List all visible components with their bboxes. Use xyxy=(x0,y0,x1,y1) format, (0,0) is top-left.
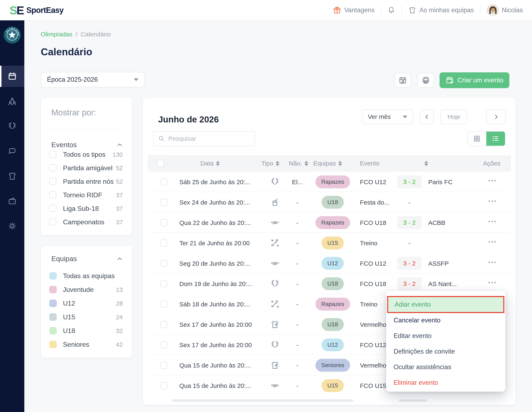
sidebar-item-calendar[interactable] xyxy=(0,66,24,87)
event-row[interactable]: Qua 22 de Junho às 20:...-RapazesFCO U18… xyxy=(148,212,511,233)
notifications-button[interactable] xyxy=(387,6,395,14)
filter-checkbox[interactable] xyxy=(49,151,56,158)
divider xyxy=(480,6,480,15)
row-actions-button[interactable] xyxy=(489,221,496,222)
previous-month-button[interactable] xyxy=(420,109,434,124)
menu-item-ocultar-assist-ncias[interactable]: Ocultar assistências xyxy=(386,361,505,374)
filter-checkbox[interactable] xyxy=(49,164,56,171)
row-checkbox[interactable] xyxy=(160,362,167,369)
team-color-swatch xyxy=(49,286,57,293)
grid-view-button[interactable] xyxy=(468,132,486,146)
sort-icon[interactable] xyxy=(305,161,308,166)
sidebar-item-members[interactable] xyxy=(0,91,24,112)
sort-icon[interactable] xyxy=(338,161,342,166)
sidebar-item-settings[interactable] xyxy=(0,215,24,237)
season-select[interactable]: Época 2025-2026 xyxy=(41,72,145,87)
today-label: Hoje xyxy=(447,113,460,120)
filter-checkbox[interactable] xyxy=(49,205,56,212)
user-menu[interactable]: Nicolas xyxy=(487,4,523,16)
column-evento[interactable]: Evento xyxy=(360,155,379,172)
breadcrumb-club-link[interactable]: Olimpíadas xyxy=(41,31,72,38)
menu-item-eliminar-evento[interactable]: Eliminar evento xyxy=(386,376,505,389)
sidebar-item-team[interactable] xyxy=(0,165,24,187)
event-row[interactable]: Sáb 25 de Junho às 20:...El...RapazesFCO… xyxy=(148,172,511,192)
menu-item-editar-evento[interactable]: Editar evento xyxy=(386,329,505,342)
column-tipo[interactable]: Tipo xyxy=(261,155,279,172)
row-actions-button[interactable] xyxy=(489,180,496,182)
sidebar-item-payments[interactable] xyxy=(0,191,24,212)
team-filter-item[interactable]: Seniores42 xyxy=(41,338,132,352)
row-checkbox[interactable] xyxy=(160,260,167,267)
horizontal-scrollbar[interactable] xyxy=(399,399,427,402)
sort-icon[interactable] xyxy=(424,161,428,166)
team-filter-item[interactable]: U1524 xyxy=(41,310,132,324)
row-checkbox[interactable] xyxy=(160,321,167,328)
brand-logo[interactable]: SE SportEasy xyxy=(10,0,64,20)
row-checkbox[interactable] xyxy=(160,199,167,206)
event-filter-item[interactable]: Todos os tipos130 xyxy=(41,148,132,162)
filter-checkbox[interactable] xyxy=(49,218,56,225)
row-checkbox[interactable] xyxy=(160,240,167,247)
gear-icon xyxy=(8,221,17,231)
event-row[interactable]: Ter 21 de Junho às 20:00-U15Treino- xyxy=(148,233,511,253)
column-equipas[interactable]: Equipas xyxy=(314,155,342,172)
select-all-checkbox[interactable] xyxy=(157,160,164,167)
row-actions-button[interactable] xyxy=(489,282,496,283)
my-teams-label: As minhas equipas xyxy=(419,6,474,14)
event-filter-item[interactable]: Partida entre nós52 xyxy=(41,175,132,189)
team-filter-item[interactable]: U1832 xyxy=(41,324,132,338)
view-mode-select[interactable]: Ver mês xyxy=(362,109,413,124)
my-teams-link[interactable]: As minhas equipas xyxy=(408,6,474,14)
row-checkbox[interactable] xyxy=(160,219,167,226)
column-score-sort[interactable] xyxy=(424,155,428,172)
filter-checkbox[interactable] xyxy=(49,191,56,198)
event-filter-item[interactable]: Torneio RIDF37 xyxy=(41,188,132,202)
create-event-button[interactable]: Criar um evento xyxy=(439,72,509,88)
team-filter-item[interactable]: Juventude13 xyxy=(41,283,132,297)
row-actions-button[interactable] xyxy=(489,261,496,263)
list-view-button[interactable] xyxy=(486,132,505,146)
menu-item-adiar-evento[interactable]: Adiar evento xyxy=(387,296,504,313)
horizontal-scrollbar[interactable] xyxy=(172,399,353,402)
menu-item-cancelar-evento[interactable]: Cancelar evento xyxy=(386,314,505,327)
event-row[interactable]: Seg 20 de Junho às 20:...-U12FCO U123 - … xyxy=(148,253,511,274)
calendar-sync-button[interactable] xyxy=(395,73,411,88)
team-filter-item[interactable]: Todas as equipas xyxy=(41,269,132,283)
column-nao[interactable]: Não. xyxy=(289,155,308,172)
row-checkbox[interactable] xyxy=(160,280,167,287)
row-actions-button[interactable] xyxy=(489,241,496,243)
team-label: Seniores xyxy=(63,341,89,348)
club-logo[interactable]: OLYMPIENS xyxy=(3,26,21,44)
next-month-button[interactable] xyxy=(486,109,506,124)
teams-section-header[interactable]: Equipas xyxy=(51,255,123,263)
team-count: 13 xyxy=(116,286,123,293)
column-data[interactable]: Data xyxy=(200,155,220,172)
chevron-up-icon xyxy=(117,256,123,262)
menu-item-defini-es-de-convite[interactable]: Definições de convite xyxy=(386,345,505,358)
sort-icon[interactable] xyxy=(276,161,279,166)
breadcrumb-current: Calendário xyxy=(81,31,111,38)
sort-icon[interactable] xyxy=(216,161,220,166)
event-row[interactable]: Sex 24 de Junho às 20:...-U18Festa do...… xyxy=(148,192,511,212)
sidebar-item-competitions[interactable] xyxy=(0,115,24,137)
row-checkbox[interactable] xyxy=(160,382,167,389)
divider xyxy=(49,129,124,130)
vantagens-link[interactable]: Vantagens xyxy=(333,6,374,14)
event-filter-item[interactable]: Liga Sub-1837 xyxy=(41,202,132,216)
search-input[interactable] xyxy=(168,135,250,142)
row-actions-button[interactable] xyxy=(489,200,496,202)
event-filter-item[interactable]: Campeonatos37 xyxy=(41,215,132,229)
row-checkbox[interactable] xyxy=(160,341,167,348)
team-color-swatch xyxy=(49,341,57,348)
row-checkbox[interactable] xyxy=(160,178,167,185)
search-icon xyxy=(158,135,165,142)
event-filter-item[interactable]: Partida amigável52 xyxy=(41,161,132,175)
sidebar-item-conversations[interactable] xyxy=(0,141,24,162)
print-button[interactable] xyxy=(418,73,434,88)
team-label: U18 xyxy=(63,327,75,335)
event-name: FCO U12 xyxy=(360,342,386,349)
team-filter-item[interactable]: U1228 xyxy=(41,297,132,310)
today-button[interactable]: Hoje xyxy=(440,109,467,124)
row-checkbox[interactable] xyxy=(160,301,167,308)
filter-checkbox[interactable] xyxy=(49,178,56,185)
